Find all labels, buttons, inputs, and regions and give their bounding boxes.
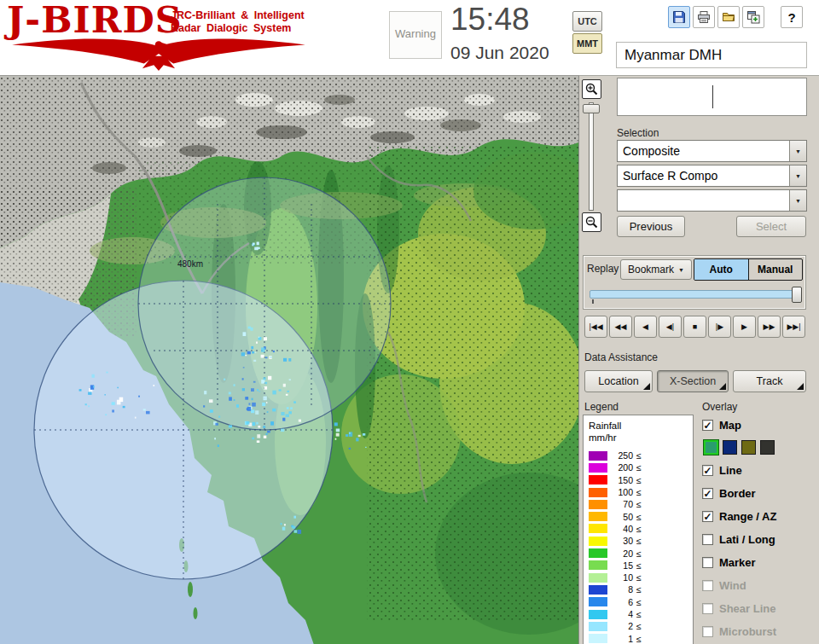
checkbox[interactable] [702, 557, 713, 568]
legend-suffix: ≤ [636, 634, 642, 644]
location-button[interactable]: Location [584, 370, 653, 392]
checkbox[interactable] [702, 603, 713, 614]
chevron-down-icon: ▼ [678, 267, 684, 273]
legend-value: 150 [612, 475, 633, 485]
legend-row: 6≤ [589, 596, 693, 608]
button-label: X-Section [670, 375, 716, 387]
checkbox[interactable]: ✓ [702, 488, 713, 499]
legend-swatch [589, 537, 607, 546]
legend-value: 10 [612, 572, 633, 583]
station-name: Myanmar DMH [616, 42, 807, 68]
warning-indicator[interactable]: Warning [389, 11, 442, 59]
playback-button[interactable]: |▶ [708, 316, 731, 338]
dropdown-value: Surface R Compo [618, 169, 789, 183]
zoom-slider-handle[interactable] [583, 104, 600, 113]
overlay-item-range-az[interactable]: ✓Range / AZ [702, 508, 818, 524]
playback-button[interactable]: ▶▶| [782, 316, 805, 338]
legend-value: 15 [612, 560, 633, 571]
checkbox[interactable]: ✓ [702, 511, 713, 522]
manual-button[interactable]: Manual [749, 259, 803, 280]
auto-button[interactable]: Auto [694, 259, 749, 280]
playback-button[interactable]: ■ [683, 316, 706, 338]
legend-value: 50 [612, 512, 633, 522]
logo-title: J-BIRDS [7, 0, 183, 41]
map-style-swatch[interactable] [741, 440, 756, 455]
utc-button[interactable]: UTC [572, 11, 602, 32]
slider-tick [592, 299, 594, 304]
overlay-item-marker[interactable]: Marker [702, 554, 818, 570]
overlay-item-label: Border [719, 487, 756, 500]
overlay-item-line[interactable]: ✓Line [702, 462, 818, 478]
time-slider[interactable] [590, 290, 801, 299]
checkbox[interactable]: ✓ [702, 420, 713, 431]
select-button[interactable]: Select [736, 216, 806, 237]
time-slider-handle[interactable] [792, 287, 802, 303]
product-dropdown[interactable]: Surface R Compo ▼ [617, 165, 807, 187]
overlay-item-microburst[interactable]: Microburst [702, 624, 818, 639]
zoom-in-button[interactable] [582, 79, 601, 99]
bookmark-button[interactable]: Bookmark ▼ [620, 259, 692, 280]
help-button[interactable]: ? [781, 6, 803, 28]
playback-button[interactable]: ◀◀ [609, 316, 632, 338]
overlay-item-map[interactable]: ✓Map [702, 417, 818, 432]
zoom-slider[interactable] [589, 102, 594, 211]
x-section-button[interactable]: X-Section [657, 370, 729, 392]
legend-suffix: ≤ [636, 536, 642, 546]
overlay-item-wind[interactable]: Wind [702, 577, 818, 593]
overlay-item-border[interactable]: ✓Border [702, 485, 818, 501]
legend-suffix: ≤ [636, 487, 642, 497]
checkbox[interactable] [702, 580, 713, 591]
checkbox[interactable]: ✓ [702, 465, 713, 476]
map-style-swatch[interactable] [760, 440, 775, 455]
playback-button[interactable]: |◀◀ [584, 316, 607, 338]
legend-unit-line2: mm/hr [589, 432, 693, 444]
zoom-out-button[interactable] [582, 212, 601, 232]
legend-row: 10≤ [589, 571, 693, 583]
overlay-item-lati-long[interactable]: Lati / Long [702, 531, 818, 547]
playback-button[interactable]: ▶▶ [758, 316, 781, 338]
header-bar: J-BIRDS JRC-Brilliant & Intelligent Rada… [0, 0, 819, 75]
option-dropdown[interactable]: ▼ [617, 189, 807, 212]
radar-map[interactable]: 480km [0, 75, 578, 644]
overlay-label: Overlay [702, 401, 737, 413]
toolbar: ? [668, 6, 803, 28]
map-style-swatches [704, 440, 818, 455]
save-button[interactable] [668, 6, 690, 28]
legend-panel: Rainfall mm/hr 250≤200≤150≤100≤70≤50≤40≤… [583, 415, 694, 644]
track-button[interactable]: Track [733, 370, 806, 392]
new-window-button[interactable] [742, 6, 764, 28]
legend-row: 30≤ [589, 535, 693, 547]
checkbox[interactable] [702, 534, 713, 545]
mmt-button[interactable]: MMT [572, 33, 602, 54]
previous-button[interactable]: Previous [617, 216, 685, 237]
button-label: Location [598, 375, 638, 387]
legend-suffix: ≤ [636, 609, 642, 619]
legend-row: 20≤ [589, 547, 693, 559]
playback-button[interactable]: ◀| [659, 316, 682, 338]
checkbox[interactable] [702, 626, 713, 637]
composite-dropdown[interactable]: Composite ▼ [617, 140, 807, 162]
map-style-swatch[interactable] [704, 440, 718, 455]
jbirds-app: J-BIRDS JRC-Brilliant & Intelligent Rada… [0, 0, 819, 644]
zoom-in-icon [585, 83, 598, 96]
open-folder-button[interactable] [717, 6, 740, 28]
print-button[interactable] [693, 6, 715, 28]
playback-button[interactable]: ▶ [733, 316, 756, 338]
overlay-item-shear-line[interactable]: Shear Line [702, 600, 818, 616]
dropdown-arrow-button[interactable]: ▼ [789, 141, 806, 161]
map-style-swatch[interactable] [723, 440, 737, 455]
terrain-map[interactable] [0, 76, 578, 644]
chevron-down-icon: ▼ [795, 173, 801, 179]
legend-value: 30 [612, 536, 633, 546]
legend-swatch [589, 573, 607, 583]
text-input[interactable] [617, 78, 807, 116]
legend-row: 100≤ [589, 486, 693, 498]
dropdown-arrow-button[interactable]: ▼ [789, 165, 806, 186]
legend-rows: 250≤200≤150≤100≤70≤50≤40≤30≤20≤15≤10≤8≤6… [589, 450, 693, 644]
legend-row: 15≤ [589, 560, 693, 571]
dropdown-arrow-button[interactable]: ▼ [789, 190, 806, 211]
playback-button[interactable]: ◀ [634, 316, 657, 338]
legend-row: 200≤ [589, 461, 693, 473]
legend-value: 250 [612, 450, 633, 461]
selection-label: Selection [617, 127, 659, 139]
